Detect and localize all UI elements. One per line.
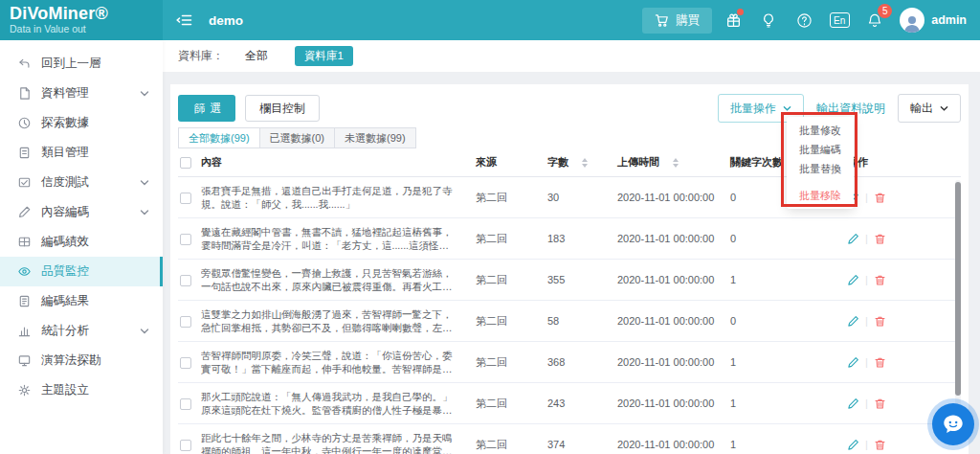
sidebar-item[interactable]: 資料管理 <box>0 79 163 108</box>
sort-icon[interactable] <box>582 158 588 168</box>
chevron-down-icon <box>140 327 149 336</box>
sidebar-item[interactable]: 信度測試 <box>0 168 163 197</box>
upload-time-cell: 2020-11-01 00:00:00 <box>609 192 724 203</box>
row-checkbox[interactable] <box>180 193 191 204</box>
gift-icon[interactable] <box>719 6 747 34</box>
word-count-cell: 243 <box>537 397 609 409</box>
explore-data-icon <box>17 116 32 130</box>
collapse-sidebar-icon[interactable] <box>176 12 193 28</box>
reliability-test-icon <box>17 175 32 190</box>
sidebar-item[interactable]: 類目管理 <box>0 138 163 168</box>
buy-button[interactable]: 購買 <box>642 8 712 34</box>
source-cell: 第二回 <box>467 232 537 246</box>
row-checkbox[interactable] <box>180 275 191 286</box>
edit-icon[interactable] <box>847 397 859 410</box>
edit-icon[interactable] <box>847 315 859 328</box>
edit-icon[interactable] <box>847 274 859 286</box>
filter-button[interactable]: 篩選 <box>178 95 235 122</box>
content-coding-icon <box>17 205 32 219</box>
menu-item[interactable]: 批量替換 <box>787 159 854 178</box>
table-row: 這雙掌之力如排山倒海般湧了過來，苦智禪師一驚之下，急忙回掌相抵，其勢卻已不及，但… <box>178 301 961 342</box>
gift-notification-dot <box>737 9 744 15</box>
keyword-count-cell: 0 <box>724 315 838 327</box>
app-header: DiVoMiner® Data in Value out demo 購買 <box>0 0 980 40</box>
sidebar-item[interactable]: 內容編碼 <box>0 197 163 227</box>
coding-results-icon <box>17 294 32 308</box>
back-icon <box>17 57 32 71</box>
main-content: 資料庫： 全部 資料庫1 篩選 欄目控制 批量操作 輸出資料說明 輸出 <box>163 40 980 454</box>
topic-setup-icon <box>17 383 32 397</box>
batch-operations-label: 批量操作 <box>730 101 776 117</box>
chevron-down-icon <box>140 208 149 217</box>
help-icon[interactable] <box>790 6 818 34</box>
content-cell: 這雙掌之力如排山倒海般湧了過來，苦智禪師一驚之下，急忙回掌相抵，其勢卻已不及，但… <box>201 307 456 334</box>
logo[interactable]: DiVoMiner® Data in Value out <box>0 0 163 40</box>
upload-time-cell: 2020-11-01 00:00:00 <box>609 397 724 409</box>
word-count-cell: 368 <box>537 356 609 368</box>
sidebar-item[interactable]: 主題設立 <box>0 375 163 405</box>
delete-icon[interactable] <box>874 274 886 286</box>
user-name: admin <box>931 13 967 27</box>
sidebar-item[interactable]: 演算法探勘 <box>0 346 163 375</box>
sidebar-item[interactable]: 編碼結果 <box>0 286 163 316</box>
sidebar-item[interactable]: 品質監控 <box>0 257 163 286</box>
table-row: 那火工頭陀說道：「無人傳過我武功，是我自己學的。」原來這頭陀在灶下燒火。監管香積… <box>178 383 961 424</box>
source-cell: 第二回 <box>467 273 537 287</box>
edit-icon[interactable] <box>847 233 859 245</box>
delete-icon[interactable] <box>874 233 886 245</box>
sidebar-item[interactable]: 統計分析 <box>0 316 163 346</box>
user-menu[interactable]: admin <box>900 8 967 33</box>
content-cell: 那火工頭陀說道：「無人傳過我武功，是我自己學的。」原來這頭陀在灶下燒火。監管香積… <box>201 390 456 417</box>
sidebar-item[interactable]: 探索數據 <box>0 108 163 138</box>
upload-time-cell: 2020-11-01 00:00:00 <box>609 315 724 327</box>
menu-item[interactable]: 批量移除 <box>787 186 854 205</box>
scrollbar-thumb[interactable] <box>955 182 961 396</box>
source-cell: 第二回 <box>467 438 537 452</box>
row-checkbox[interactable] <box>180 316 191 328</box>
sort-icon[interactable] <box>673 158 679 168</box>
keyword-count-cell: 1 <box>724 356 838 368</box>
row-checkbox[interactable] <box>180 357 191 369</box>
tips-bulb-icon[interactable] <box>754 6 783 34</box>
database-filter-all[interactable]: 全部 <box>245 48 268 64</box>
upload-time-cell: 2020-11-01 00:00:00 <box>609 233 724 244</box>
export-button[interactable]: 輸出 <box>898 94 961 123</box>
delete-icon[interactable] <box>874 356 886 369</box>
menu-item[interactable]: 批量編碼 <box>787 140 854 159</box>
chat-bubble-icon <box>941 412 966 437</box>
row-checkbox[interactable] <box>180 398 191 410</box>
delete-icon[interactable] <box>874 315 886 328</box>
delete-icon[interactable] <box>874 397 886 410</box>
edit-icon[interactable] <box>847 439 859 451</box>
chat-support-button[interactable] <box>932 403 974 445</box>
row-checkbox[interactable] <box>180 234 191 245</box>
source-cell: 第二回 <box>467 397 537 411</box>
language-icon[interactable]: En <box>825 6 854 34</box>
column-control-button[interactable]: 欄目控制 <box>245 95 320 122</box>
action-separator: | <box>865 397 868 409</box>
data-tab[interactable]: 未選數據(99) <box>334 127 416 148</box>
select-all-checkbox[interactable] <box>180 157 191 169</box>
data-tab[interactable]: 全部數據(99) <box>178 127 260 148</box>
edit-icon[interactable] <box>847 356 859 369</box>
delete-icon[interactable] <box>874 192 886 204</box>
table-row: 覺遠在藏經閣中管書，無書不讀，猛地裡記起這樁舊事，霎時間滿背全是冷汗，叫道：「老… <box>178 218 961 260</box>
chevron-down-icon <box>940 104 948 113</box>
table-row: 苦智禪師問明原委，冷笑三聲，說道：「你這份苦心，委實可敬！」當下離座而起，伸手和… <box>178 342 961 383</box>
delete-icon[interactable] <box>874 439 886 451</box>
database-filter-selected[interactable]: 資料庫1 <box>295 46 353 66</box>
data-tab[interactable]: 已選數據(0) <box>259 127 335 148</box>
content-cell: 覺遠在藏經閣中管書，無書不讀，猛地裡記起這樁舊事，霎時間滿背全是冷汗，叫道：「老… <box>201 225 456 252</box>
notifications-bell-icon[interactable]: 5 <box>860 6 889 34</box>
row-checkbox[interactable] <box>180 440 191 451</box>
database-filter-label: 資料庫： <box>178 48 224 64</box>
table-body: 張君寶手足無措，還道自己出手打走何足道，乃是犯了寺規。說道：「師父，我.....… <box>178 177 961 454</box>
content-cell: 旁觀眾僧驚惶變色，一齊搶上救護，只見苦智氣若游絲，一句話也說不出來，原來內臟已被… <box>201 266 456 293</box>
source-cell: 第二回 <box>467 355 537 370</box>
sidebar-item[interactable]: 編碼績效 <box>0 227 163 257</box>
menu-item[interactable]: 批量修改 <box>787 121 854 140</box>
category-management-icon <box>17 146 32 160</box>
content-cell: 苦智禪師問明原委，冷笑三聲，說道：「你這份苦心，委實可敬！」當下離座而起，伸手和… <box>201 349 456 375</box>
sidebar-item[interactable]: 回到上一層 <box>0 49 163 79</box>
export-description-link[interactable]: 輸出資料說明 <box>816 101 885 117</box>
